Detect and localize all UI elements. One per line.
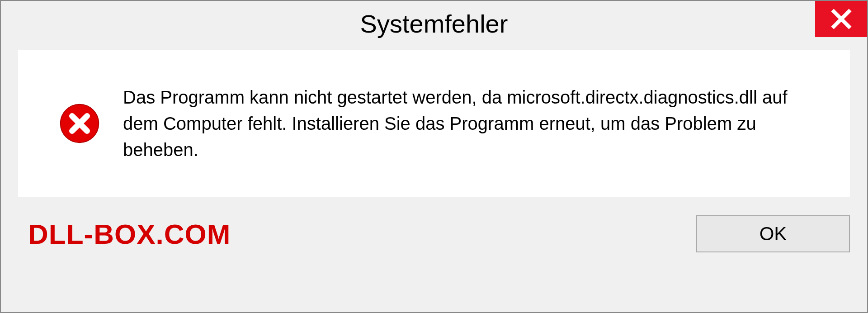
dialog-footer: DLL-BOX.COM OK (1, 197, 867, 252)
ok-button[interactable]: OK (696, 215, 850, 252)
dialog-content: Das Programm kann nicht gestartet werden… (18, 50, 850, 197)
close-button[interactable] (815, 1, 867, 37)
watermark-text: DLL-BOX.COM (28, 218, 231, 250)
dialog-title: Systemfehler (1, 9, 867, 38)
dialog-message: Das Programm kann nicht gestartet werden… (123, 84, 823, 163)
title-bar: Systemfehler (1, 1, 867, 42)
error-icon (59, 103, 100, 144)
close-icon (830, 8, 853, 30)
